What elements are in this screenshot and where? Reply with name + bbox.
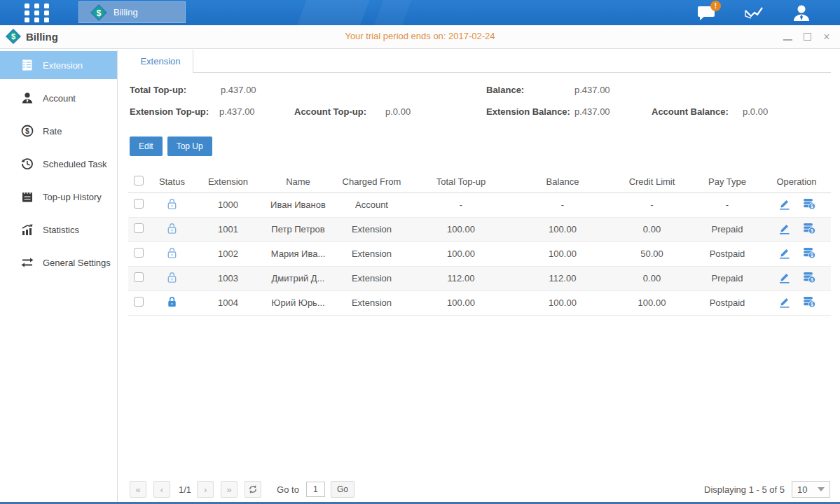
topup-coins-icon[interactable]: $: [803, 295, 815, 308]
col-pay-type: Pay Type: [692, 172, 762, 192]
unlocked-icon: [166, 222, 178, 234]
sidebar-item-account[interactable]: Account: [0, 84, 117, 112]
notification-badge: !: [710, 1, 721, 11]
next-page-button[interactable]: ›: [197, 481, 214, 498]
svg-text:$: $: [811, 302, 813, 307]
tab-extension[interactable]: Extension: [128, 50, 193, 73]
history-clock-icon: [21, 158, 34, 170]
minimize-icon: [783, 39, 792, 41]
sidebar-item-label: Statistics: [43, 225, 79, 235]
sliders-icon: [21, 256, 34, 269]
billing-app-icon: $: [90, 4, 107, 21]
go-button[interactable]: Go: [331, 481, 354, 498]
last-page-button[interactable]: »: [221, 481, 237, 498]
topup-coins-icon[interactable]: $: [803, 222, 815, 234]
col-name: Name: [261, 172, 335, 192]
col-total-topup: Total Top-up: [408, 172, 514, 192]
select-all-checkbox[interactable]: [134, 176, 144, 186]
total-topup-label: Total Top-up:: [130, 85, 186, 95]
edit-icon[interactable]: [778, 295, 791, 308]
cell-operation: $: [778, 295, 815, 308]
edit-icon[interactable]: [778, 197, 791, 210]
sidebar-item-general-settings[interactable]: General Settings: [0, 248, 117, 276]
cell-balance: 100.00: [514, 217, 612, 241]
goto-label: Go to: [277, 484, 299, 495]
row-checkbox[interactable]: [134, 297, 144, 307]
table-row[interactable]: 1001 Петр Петров Extension 100.00 100.00…: [128, 217, 831, 241]
page-size-select[interactable]: 10: [792, 481, 830, 498]
user-account-button[interactable]: [791, 4, 812, 22]
cell-name: Юрий Юрь...: [261, 290, 335, 315]
close-icon: ×: [823, 31, 829, 43]
dollar-circle-icon: $: [21, 125, 34, 137]
row-checkbox[interactable]: [134, 272, 144, 282]
prev-page-button[interactable]: ‹: [153, 481, 170, 498]
first-page-button[interactable]: «: [130, 481, 146, 498]
account-balance-value: p.0.00: [743, 106, 768, 117]
cell-extension: 1001: [195, 217, 261, 241]
tab-strip: Extension: [118, 50, 840, 73]
sidebar-item-label: Rate: [43, 126, 62, 136]
table-row[interactable]: 1000 Иван Иванов Account - - - - $: [128, 192, 831, 217]
sidebar-item-label: General Settings: [43, 258, 111, 268]
minimize-button[interactable]: [783, 32, 792, 42]
window-controls: ×: [783, 25, 832, 48]
sidebar-item-scheduled-task[interactable]: Scheduled Task: [0, 150, 117, 178]
col-status: Status: [149, 172, 195, 192]
row-checkbox[interactable]: [134, 248, 144, 258]
maximize-button[interactable]: [802, 32, 812, 42]
cell-extension: 1002: [195, 241, 261, 266]
sidebar-item-topup-history[interactable]: Top-up History: [0, 183, 117, 211]
table-row[interactable]: 1002 Мария Ива... Extension 100.00 100.0…: [128, 241, 831, 266]
topup-coins-icon[interactable]: $: [803, 271, 815, 284]
cell-name: Дмитрий Д...: [261, 266, 335, 290]
trial-notice: Your trial period ends on: 2017-02-24: [0, 31, 840, 41]
sidebar-item-extension[interactable]: Extension: [0, 51, 117, 79]
refresh-button[interactable]: [245, 481, 261, 498]
messages-button[interactable]: !: [696, 4, 717, 22]
topup-coins-icon[interactable]: $: [803, 197, 815, 210]
table-row[interactable]: 1003 Дмитрий Д... Extension 112.00 112.0…: [128, 266, 831, 290]
col-balance: Balance: [514, 172, 612, 192]
cell-extension: 1000: [195, 192, 261, 217]
topbar-billing-tab-label: Billing: [113, 7, 138, 18]
row-checkbox[interactable]: [134, 199, 144, 209]
sidebar-item-label: Extension: [43, 60, 83, 71]
cell-balance: -: [514, 192, 612, 217]
edit-icon[interactable]: [778, 246, 791, 259]
svg-text:$: $: [25, 127, 29, 135]
table-row[interactable]: 1004 Юрий Юрь... Extension 100.00 100.00…: [128, 290, 831, 315]
cell-extension: 1004: [195, 290, 261, 315]
cell-extension: 1003: [195, 266, 261, 290]
cell-credit-limit: 50.00: [612, 241, 692, 266]
topbar-decoration: [371, 0, 414, 25]
cell-name: Петр Петров: [261, 217, 335, 241]
cell-balance: 112.00: [514, 266, 612, 290]
cell-charged-from: Extension: [335, 241, 408, 266]
sidebar-item-statistics[interactable]: Statistics: [0, 216, 117, 244]
topup-button[interactable]: Top Up: [167, 136, 212, 156]
cell-charged-from: Extension: [335, 217, 408, 241]
topbar-billing-tab[interactable]: $ Billing: [78, 1, 186, 23]
edit-icon[interactable]: [778, 222, 791, 234]
account-topup-value: p.0.00: [385, 106, 411, 117]
line-chart-icon: [744, 5, 764, 20]
statistics-icon: [21, 223, 34, 236]
sidebar-item-label: Top-up History: [43, 192, 102, 202]
edit-button[interactable]: Edit: [130, 136, 163, 156]
topup-coins-icon[interactable]: $: [803, 246, 815, 259]
cell-operation: $: [778, 246, 815, 259]
edit-icon[interactable]: [778, 271, 791, 284]
reports-button[interactable]: [743, 4, 764, 22]
cell-charged-from: Extension: [335, 290, 408, 315]
billing-window: $ Billing !: [0, 0, 840, 504]
close-button[interactable]: ×: [822, 32, 832, 42]
row-checkbox[interactable]: [134, 223, 144, 233]
action-buttons: Edit Top Up: [130, 136, 212, 156]
sidebar-item-rate[interactable]: $ Rate: [0, 117, 117, 145]
app-grid-button[interactable]: [24, 4, 50, 22]
account-balance-label: Account Balance:: [652, 106, 729, 117]
displaying-summary: Displaying 1 - 5 of 5: [704, 484, 785, 495]
topbar-icons: !: [696, 0, 812, 25]
goto-page-input[interactable]: [306, 482, 325, 497]
